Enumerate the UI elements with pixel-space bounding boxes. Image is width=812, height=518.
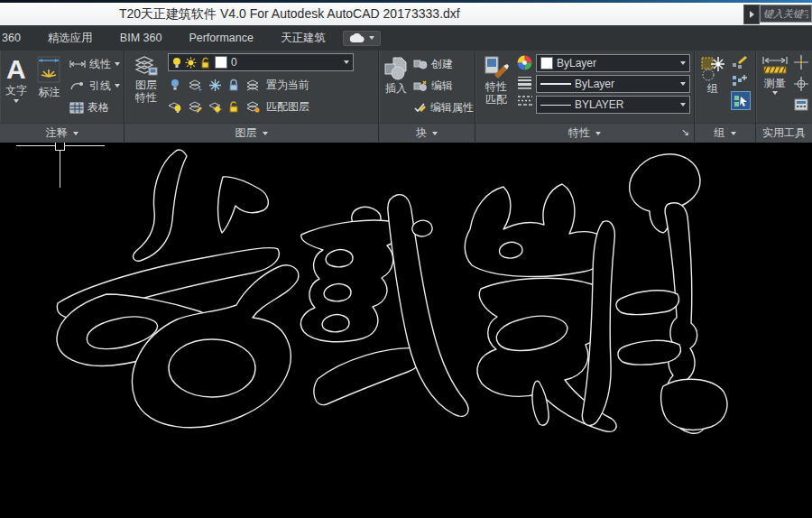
dimension-icon <box>35 55 62 86</box>
set-current-button[interactable]: 置为当前 <box>266 78 309 93</box>
ribbon-panel-block: 插入 创建 编辑 <box>379 51 475 143</box>
ribbon: A 文字 标注 <box>0 51 812 143</box>
measure-button[interactable]: 测量 <box>760 53 790 123</box>
lineweight-sample <box>540 83 571 85</box>
leader-icon <box>69 80 86 91</box>
chevron-down-icon <box>263 132 268 135</box>
layer-set-current-icon[interactable] <box>245 79 261 92</box>
chevron-down-icon <box>115 62 120 66</box>
chevron-down-icon <box>680 82 686 86</box>
window-title: T20天正建筑软件 V4.0 For Autodesk AutoCAD 2017 <box>119 6 411 23</box>
panel-footer-annotation[interactable]: 注释 <box>0 123 124 143</box>
crosshair-cursor <box>16 143 105 188</box>
create-block-icon <box>413 59 428 69</box>
layer-match-icon[interactable] <box>245 100 261 114</box>
sun-icon <box>185 57 197 69</box>
leader-button[interactable]: 引线 <box>69 75 120 97</box>
insert-block-button[interactable]: 插入 <box>383 53 410 123</box>
table-icon <box>69 102 84 114</box>
chevron-down-icon <box>344 60 349 64</box>
group-icon <box>700 55 725 82</box>
bulb-icon <box>172 57 181 69</box>
panel-footer-properties[interactable]: 特性 ↘ <box>475 123 694 143</box>
document-name: 3333.dxf <box>411 6 460 21</box>
insert-block-icon <box>383 55 410 82</box>
lineweight-icon[interactable] <box>517 76 532 89</box>
layer-isolate-icon[interactable] <box>188 79 203 92</box>
edit-block-icon <box>413 80 428 91</box>
layer-lock-icon[interactable] <box>227 79 240 92</box>
text-icon: A <box>6 55 26 84</box>
edit-attributes-button[interactable]: 编辑属性 <box>413 97 475 118</box>
layer-unisolate-icon[interactable] <box>188 100 203 114</box>
menu-item-featured-apps[interactable]: 精选应用 <box>34 31 106 46</box>
help-search <box>743 5 812 23</box>
panel-footer-utilities[interactable]: 实用工具 <box>756 123 812 143</box>
dialog-launcher-icon[interactable]: ↘ <box>681 127 689 137</box>
linear-dim-icon <box>69 60 86 69</box>
layer-properties-icon <box>134 55 159 79</box>
quick-calc-icon[interactable] <box>794 98 808 111</box>
chevron-down-icon <box>595 132 601 135</box>
menu-item-bim360[interactable]: BIM 360 <box>106 32 176 44</box>
point-style-icon[interactable] <box>794 77 808 91</box>
create-block-button[interactable]: 创建 <box>413 53 475 75</box>
dimension-button[interactable]: 标注 <box>32 53 66 123</box>
panel-footer-group[interactable]: 组 <box>695 123 755 143</box>
chevron-down-icon <box>772 91 778 95</box>
layer-unlock-icon[interactable] <box>227 100 240 114</box>
ribbon-panel-utilities: 测量 实用工具 <box>756 51 812 143</box>
unlock-icon <box>200 57 211 69</box>
menu-item-performance[interactable]: Performance <box>175 32 267 44</box>
panel-footer-layers[interactable]: 图层 <box>125 123 378 143</box>
layer-select-combo[interactable]: 0 <box>168 53 354 71</box>
menu-item-360[interactable]: 360 <box>0 32 34 44</box>
table-button[interactable]: 表格 <box>69 97 120 118</box>
match-properties-icon <box>484 55 509 80</box>
layer-freeze-icon[interactable] <box>208 79 222 92</box>
layer-color-swatch <box>215 56 227 69</box>
calligraphy-outlines <box>57 150 727 433</box>
layer-off-icon[interactable] <box>168 79 182 92</box>
layer-name: 0 <box>231 56 237 69</box>
drawing-canvas[interactable] <box>0 143 812 518</box>
menu-bar: 360 精选应用 BIM 360 Performance 天正建筑 <box>0 25 812 51</box>
ribbon-panel-group: 组 组 <box>695 51 756 143</box>
match-properties-button[interactable]: 特性 匹配 <box>479 53 513 123</box>
panel-footer-block[interactable]: 块 <box>379 123 475 143</box>
chevron-down-icon <box>14 99 19 103</box>
ribbon-panel-properties: 特性 匹配 <box>475 51 695 143</box>
cloud-icon <box>349 33 365 43</box>
layer-thaw-icon[interactable] <box>208 100 222 114</box>
color-wheel-icon[interactable] <box>517 55 532 70</box>
linear-dim-button[interactable]: 线性 <box>69 53 120 75</box>
lineweight-value: ByLayer <box>575 78 614 90</box>
linetype-combo[interactable]: BYLAYER <box>536 96 690 114</box>
search-input[interactable] <box>760 5 812 23</box>
measure-icon <box>761 55 789 77</box>
window-top-edge <box>0 0 812 3</box>
lineweight-combo[interactable]: ByLayer <box>536 75 690 93</box>
linetype-icon[interactable] <box>517 95 532 106</box>
menu-item-tianzheng[interactable]: 天正建筑 <box>267 31 339 46</box>
group-add-remove-icon[interactable] <box>731 73 751 88</box>
edit-block-button[interactable]: 编辑 <box>413 75 475 97</box>
search-expand-button[interactable] <box>743 5 760 24</box>
group-edit-icon[interactable] <box>731 55 751 69</box>
chevron-down-icon <box>432 132 438 135</box>
ribbon-panel-annotation: A 文字 标注 <box>0 51 125 143</box>
chevron-down-icon <box>680 103 686 106</box>
group-button[interactable]: 组 <box>698 53 727 123</box>
match-layer-button[interactable]: 匹配图层 <box>266 99 309 115</box>
chevron-down-icon <box>731 132 736 135</box>
layer-properties-button[interactable]: 图层 特性 <box>128 53 164 123</box>
drawing-area <box>0 143 812 518</box>
group-selection-toggle-button[interactable] <box>731 91 751 110</box>
layer-on-icon[interactable] <box>168 100 182 114</box>
text-button[interactable]: A 文字 <box>4 53 29 123</box>
id-point-icon[interactable] <box>794 55 808 69</box>
color-value: ByLayer <box>557 57 596 69</box>
cloud-menu-button[interactable] <box>343 31 381 46</box>
color-combo[interactable]: ByLayer <box>536 54 690 72</box>
color-swatch <box>540 57 553 69</box>
